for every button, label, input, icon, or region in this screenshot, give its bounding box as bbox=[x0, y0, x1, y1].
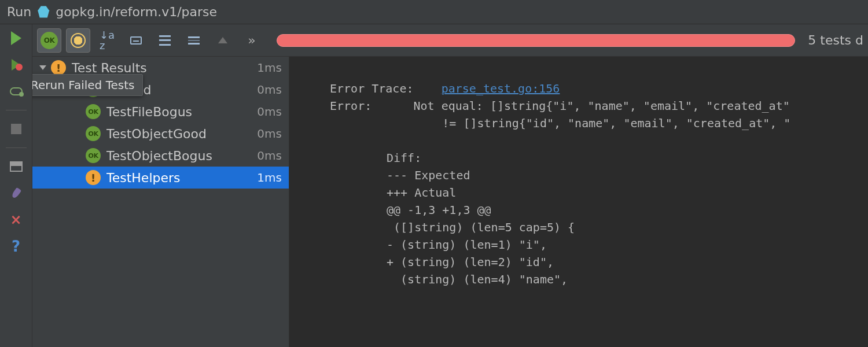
separator bbox=[6, 110, 27, 110]
tree-item-label: TestObjectBogus bbox=[106, 149, 257, 163]
pin-button[interactable] bbox=[7, 184, 25, 202]
error-line-2: != []string{"id", "name", "email", "crea… bbox=[330, 116, 790, 130]
tree-item-label: TestHelpers bbox=[106, 171, 257, 185]
go-gopher-icon bbox=[37, 6, 50, 19]
tree-item-duration: 0ms bbox=[257, 127, 282, 141]
layout-icon bbox=[10, 161, 23, 172]
chevron-down-icon bbox=[39, 65, 46, 70]
stop-button[interactable] bbox=[7, 120, 25, 138]
warn-icon: ! bbox=[51, 60, 66, 75]
stop-icon bbox=[11, 124, 21, 134]
pin-icon bbox=[10, 187, 21, 199]
tool-window-title: Run bbox=[7, 5, 31, 19]
sort-icon: ↓az bbox=[100, 30, 115, 51]
test-tree: Rerun Failed Tests ! Test Results 1ms OK… bbox=[32, 57, 289, 347]
show-ignored-button[interactable] bbox=[66, 28, 90, 53]
title-bar: Run gopkg.in/reform.v1/parse bbox=[0, 0, 868, 24]
tree-item-duration: 1ms bbox=[257, 171, 282, 184]
ok-badge-icon: OK bbox=[41, 32, 58, 49]
play-icon bbox=[11, 31, 21, 45]
ok-icon: OK bbox=[86, 126, 101, 141]
arrow-up-icon bbox=[218, 37, 227, 43]
toggle-icon bbox=[10, 87, 23, 95]
diff-ctx-2: (string) (len=4) "name", bbox=[330, 272, 568, 286]
error-label: Error: bbox=[330, 99, 372, 113]
chevrons-icon: » bbox=[248, 33, 255, 47]
sort-button[interactable]: ↓az bbox=[95, 28, 119, 53]
tree-item[interactable]: OKTestFileBogus0ms bbox=[32, 101, 289, 123]
diff-actual: +++ Actual bbox=[330, 186, 456, 200]
toggle-auto-test-button[interactable] bbox=[7, 82, 25, 101]
run-button[interactable] bbox=[7, 29, 25, 47]
expand-icon bbox=[159, 35, 171, 46]
show-passed-button[interactable]: OK bbox=[37, 28, 61, 53]
diff-plus: + (string) (len=2) "id", bbox=[330, 255, 554, 269]
expand-all-button[interactable] bbox=[153, 28, 177, 53]
tree-item[interactable]: !TestHelpers1ms bbox=[32, 167, 289, 189]
run-config-name: gopkg.in/reform.v1/parse bbox=[56, 5, 217, 19]
error-line-1: Not equal: []string{"i", "name", "email"… bbox=[414, 99, 790, 113]
tree-item-label: TestObjectGood bbox=[106, 127, 257, 141]
layout-button[interactable] bbox=[7, 157, 25, 176]
tree-item-duration: 0ms bbox=[257, 105, 282, 119]
sort-duration-button[interactable] bbox=[124, 28, 148, 53]
collapse-all-button[interactable] bbox=[182, 28, 206, 53]
more-button[interactable]: » bbox=[240, 28, 264, 53]
diff-minus: - (string) (len=1) "i", bbox=[330, 238, 547, 252]
diff-ctx-1: ([]string) (len=5 cap=5) { bbox=[330, 220, 575, 234]
ok-icon: OK bbox=[86, 104, 101, 119]
tests-summary: 5 tests d bbox=[808, 33, 863, 47]
tree-item-duration: 0ms bbox=[257, 83, 282, 97]
tree-root-label: Test Results bbox=[72, 61, 257, 75]
play-failed-icon bbox=[12, 59, 20, 71]
close-icon: × bbox=[10, 212, 21, 228]
help-button[interactable]: ? bbox=[7, 237, 25, 256]
test-toolbar: OK ↓az » 5 tests d bbox=[32, 24, 868, 57]
close-button[interactable]: × bbox=[7, 211, 25, 229]
tree-item[interactable]: OKTestObjectBogus0ms bbox=[32, 145, 289, 167]
diff-expected: --- Expected bbox=[330, 168, 470, 182]
test-progress-bar bbox=[277, 34, 795, 47]
sort-duration-icon bbox=[130, 36, 142, 45]
error-trace-label: Error Trace: bbox=[330, 82, 414, 95]
diff-hunk: @@ -1,3 +1,3 @@ bbox=[330, 203, 491, 217]
previous-failed-button[interactable] bbox=[211, 28, 235, 53]
tree-item[interactable]: OKTestObjectGood0ms bbox=[32, 123, 289, 145]
sun-icon bbox=[71, 33, 86, 48]
error-trace-link[interactable]: parse_test.go:156 bbox=[442, 82, 560, 95]
collapse-icon bbox=[188, 35, 200, 46]
tree-root-duration: 1ms bbox=[257, 61, 282, 75]
help-icon: ? bbox=[12, 238, 20, 255]
tooltip: Rerun Failed Tests bbox=[32, 74, 143, 96]
tree-item-duration: 0ms bbox=[257, 149, 282, 163]
left-gutter: × ? bbox=[0, 24, 32, 347]
diff-label: Diff: bbox=[330, 151, 421, 165]
ok-icon: OK bbox=[86, 148, 101, 163]
warn-icon: ! bbox=[86, 170, 101, 185]
test-output-console[interactable]: Error Trace: parse_test.go:156 Error: No… bbox=[289, 57, 868, 347]
rerun-failed-button[interactable] bbox=[7, 56, 25, 74]
tree-item-label: TestFileBogus bbox=[106, 105, 257, 119]
separator bbox=[6, 147, 27, 148]
